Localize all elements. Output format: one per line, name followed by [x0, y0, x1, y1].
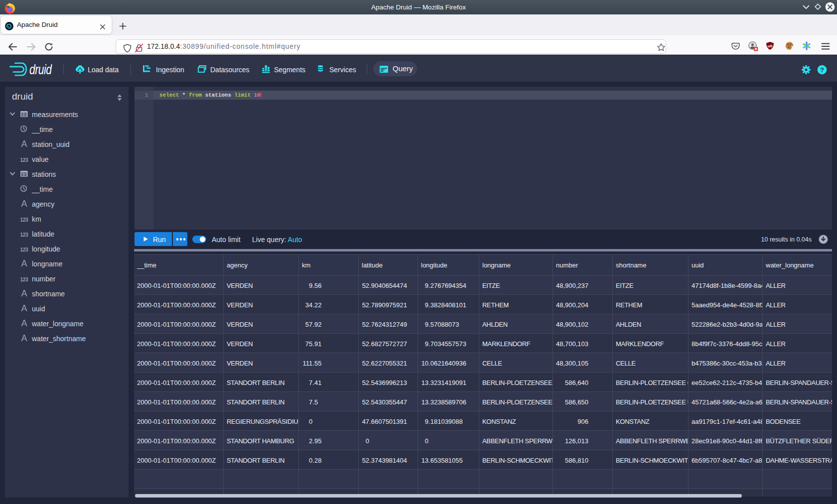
svg-text:?: ?	[820, 66, 824, 74]
svg-text:u0: u0	[768, 44, 773, 48]
